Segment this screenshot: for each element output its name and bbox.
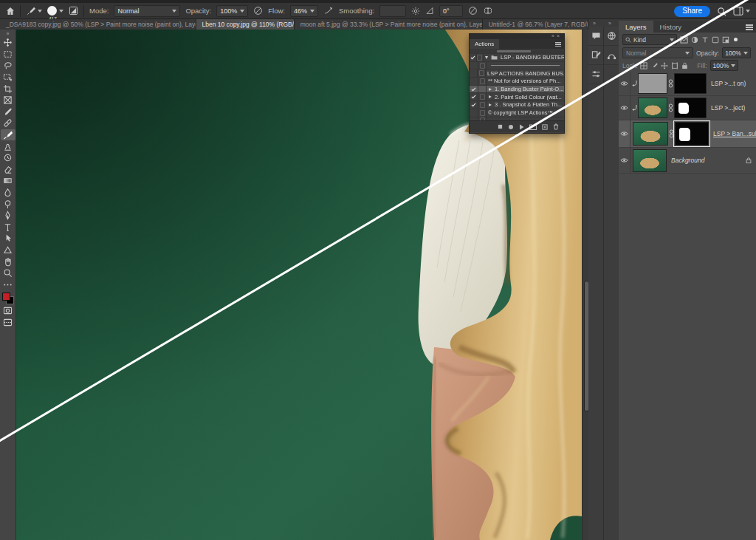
collapse-dock-icon[interactable]: » <box>608 21 611 26</box>
filter-smart-objects-icon[interactable] <box>722 36 729 44</box>
mask-link-icon[interactable] <box>667 103 674 112</box>
pen-tool[interactable] <box>1 210 16 222</box>
new-set-folder-button[interactable] <box>529 124 537 130</box>
tool-preset-picker[interactable] <box>26 6 42 16</box>
mask-link-icon[interactable] <box>667 79 674 88</box>
brush-angle-input[interactable]: 0° <box>439 5 463 17</box>
document-tab[interactable]: _DSA9183 copy.jpg @ 50% (LSP > Paint mor… <box>0 19 196 30</box>
layer-mask-thumbnail-selected[interactable] <box>675 122 709 146</box>
action-dialog-toggle[interactable] <box>478 117 487 121</box>
zoom-tool[interactable] <box>1 267 16 279</box>
filter-adjustment-layers-icon[interactable] <box>691 36 698 44</box>
brush-settings-toggle[interactable] <box>69 6 78 16</box>
object-selection-tool[interactable] <box>1 72 16 83</box>
dodge-tool[interactable] <box>1 198 16 210</box>
panel-menu-icon[interactable] <box>555 42 561 47</box>
opacity-select[interactable]: 100% <box>216 5 248 17</box>
mask-link-icon[interactable] <box>668 129 675 138</box>
panel-menu-icon[interactable] <box>746 24 753 31</box>
lock-artboard-icon[interactable] <box>671 62 678 69</box>
tab-history[interactable]: History <box>653 21 689 33</box>
move-tool[interactable] <box>1 37 16 49</box>
layer-name[interactable]: LSP >...ject) <box>711 104 756 112</box>
workspace-switcher[interactable] <box>733 7 750 16</box>
delete-button[interactable] <box>553 123 559 130</box>
new-action-button[interactable] <box>542 124 548 130</box>
record-button[interactable] <box>508 124 514 130</box>
action-check-cell[interactable] <box>470 101 478 109</box>
expand-caret-icon[interactable] <box>489 95 492 98</box>
libraries-panel-icon[interactable] <box>604 27 619 46</box>
action-dialog-toggle[interactable] <box>478 86 487 93</box>
layer-thumbnail[interactable] <box>638 98 667 118</box>
layer-blend-mode-select[interactable]: Normal <box>622 47 693 58</box>
pressure-opacity-icon[interactable] <box>253 6 263 16</box>
action-check-cell[interactable] <box>470 78 478 85</box>
layer-thumbnail[interactable] <box>638 73 667 94</box>
smoothing-input[interactable] <box>379 5 406 17</box>
lock-transparent-pixels-icon[interactable] <box>640 62 647 69</box>
gear-icon[interactable] <box>411 7 420 16</box>
tab-layers[interactable]: Layers <box>619 21 653 33</box>
home-icon[interactable] <box>6 7 15 16</box>
document-tab[interactable]: moon aft 5.jpg @ 33.3% (LSP > Paint more… <box>295 19 483 30</box>
layer-row[interactable]: LSP >...t on) <box>619 72 756 96</box>
action-set-row[interactable]: LSP - BANDING BUSTER PH... <box>470 54 564 62</box>
action-dialog-toggle[interactable] <box>478 78 487 85</box>
action-dialog-toggle[interactable] <box>478 109 487 117</box>
action-row[interactable]: LSP ACTIONS BANDING BUS... <box>470 69 564 78</box>
foreground-color-swatch[interactable] <box>2 293 10 301</box>
eyedropper-tool[interactable] <box>1 106 16 118</box>
flow-select[interactable]: 46% <box>290 5 318 17</box>
brush-tool[interactable] <box>1 129 16 141</box>
quick-mask-button[interactable] <box>1 305 16 317</box>
paths-panel-icon[interactable] <box>604 46 619 65</box>
lock-position-icon[interactable] <box>661 62 668 69</box>
collapse-toolbar-icon[interactable]: » <box>7 30 10 37</box>
spot-healing-brush-tool[interactable] <box>1 117 16 129</box>
action-row[interactable]: 2. Paint Solid Colour (wat... <box>470 93 564 101</box>
action-check-cell[interactable] <box>470 69 478 77</box>
document-tab-active[interactable]: Lben 10 copy.jpg @ 110% (RGB/8) * × <box>196 19 295 30</box>
lasso-tool[interactable] <box>1 60 16 72</box>
action-row-partial[interactable] <box>470 49 564 54</box>
expand-caret-icon[interactable] <box>489 103 492 106</box>
layer-visibility-eye-icon[interactable] <box>619 120 630 147</box>
action-dialog-toggle[interactable] <box>478 101 487 109</box>
type-tool[interactable] <box>1 222 16 233</box>
brush-settings-panel-icon[interactable] <box>588 46 603 65</box>
action-check-cell[interactable] <box>470 86 478 93</box>
layer-visibility-eye-icon[interactable] <box>619 72 630 95</box>
layer-name[interactable]: LSP >...t on) <box>711 80 756 87</box>
filter-toggle-icon[interactable] <box>734 38 738 41</box>
brush-size-picker[interactable]: 417 <box>47 6 63 16</box>
actions-panel-titlebar[interactable]: »× <box>470 34 564 39</box>
eraser-tool[interactable] <box>1 164 16 176</box>
crop-tool[interactable] <box>1 83 16 95</box>
action-row[interactable]: 3 . Snapshot & Flatten Th... <box>470 101 564 109</box>
layer-row-background[interactable]: Background <box>619 148 756 174</box>
action-divider-row[interactable] <box>470 62 564 70</box>
clone-stamp-tool[interactable] <box>1 140 16 152</box>
document-tab[interactable]: Untitled-1 @ 66.7% (Layer 7, RGB/8#) * × <box>483 19 588 30</box>
action-dialog-toggle[interactable] <box>478 93 487 100</box>
frame-tool[interactable] <box>1 95 16 106</box>
stop-playing-button[interactable] <box>498 124 503 129</box>
filter-shape-layers-icon[interactable] <box>712 36 719 44</box>
action-row[interactable]: ** Not for old versions of Ph... <box>470 78 564 86</box>
play-button[interactable] <box>519 124 524 130</box>
expand-caret-icon[interactable] <box>489 88 492 91</box>
lock-image-pixels-icon[interactable] <box>650 62 658 69</box>
expand-caret-icon[interactable] <box>485 56 488 59</box>
filter-type-layers-icon[interactable] <box>701 36 709 44</box>
lock-all-icon[interactable] <box>681 62 688 69</box>
action-divider-row[interactable] <box>470 117 564 121</box>
action-check-cell[interactable] <box>470 109 478 117</box>
layer-name[interactable]: Background <box>671 157 746 164</box>
action-check-cell[interactable] <box>470 49 478 53</box>
pressure-size-icon[interactable] <box>468 6 478 16</box>
rectangular-marquee-tool[interactable] <box>1 49 16 61</box>
collapse-dock-icon[interactable]: » <box>593 21 596 26</box>
path-selection-tool[interactable] <box>1 233 16 245</box>
filter-pixel-layers-icon[interactable] <box>680 36 688 44</box>
